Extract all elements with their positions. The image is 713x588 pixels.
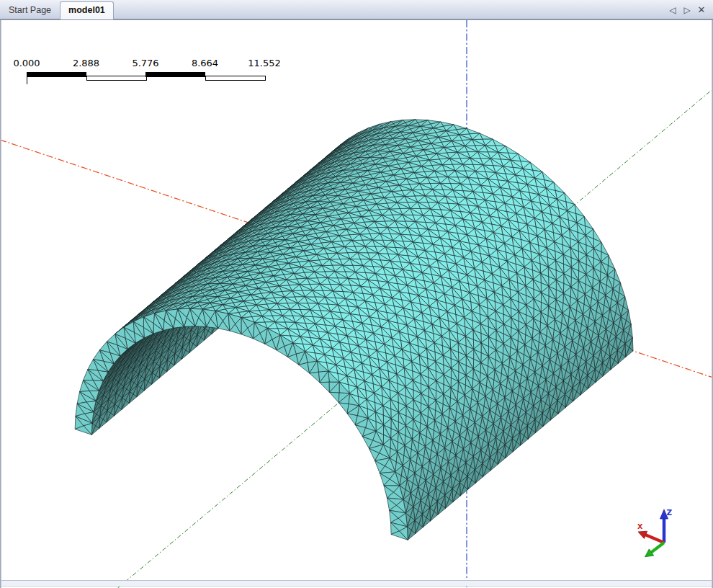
scale-bar-tick (27, 77, 27, 84)
triad-y-axis (652, 543, 665, 552)
application-window: Start Page model01 ◁ ▷ ✕ ZX 0.0002.8885.… (0, 0, 713, 588)
scale-bar-segment (205, 76, 266, 81)
tab-bar: Start Page model01 ◁ ▷ ✕ (0, 0, 713, 19)
orientation-triad: ZX (637, 508, 673, 557)
scale-label: 11.552 (239, 58, 290, 68)
triad-x-axis (646, 535, 665, 543)
scale-bar-segment (145, 72, 205, 77)
viewport-3d[interactable]: ZX 0.0002.8885.7768.66411.552 (0, 20, 713, 588)
scale-label: 8.664 (180, 58, 230, 68)
triad-z-label: Z (667, 508, 673, 517)
tab-model01[interactable]: model01 (60, 1, 114, 19)
viewport-left-border (0, 20, 1, 588)
mesh-model (75, 120, 633, 540)
tab-scroll-right-icon[interactable]: ▷ (681, 5, 693, 15)
scale-bar-segment (27, 72, 86, 77)
tab-start-page[interactable]: Start Page (1, 2, 58, 19)
tab-close-icon[interactable]: ✕ (696, 5, 707, 15)
scene-canvas: ZX (0, 20, 713, 588)
scale-bar-segment (86, 76, 148, 81)
triad-x-arrowhead (638, 531, 647, 538)
scale-label: 0.000 (1, 58, 52, 68)
tab-scroll-left-icon[interactable]: ◁ (667, 5, 678, 15)
viewport-bottom-border (1, 580, 712, 587)
scale-label: 2.888 (61, 58, 112, 68)
tab-nav-group: ◁ ▷ ✕ (667, 5, 713, 19)
triad-x-label: X (637, 522, 643, 530)
scale-label: 5.776 (120, 58, 171, 68)
